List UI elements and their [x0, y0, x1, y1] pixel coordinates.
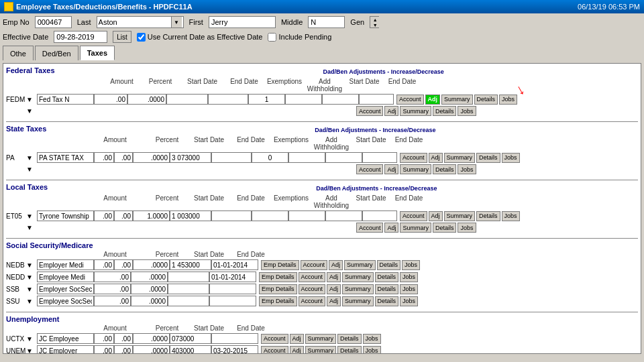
unemp-amount2-unem[interactable]: [114, 345, 133, 354]
ss-desc-nedb[interactable]: [37, 259, 94, 270]
gen-spin-down[interactable]: ▼: [370, 22, 380, 27]
local-amount-1[interactable]: [94, 210, 114, 221]
ss-jobs-ssb[interactable]: Jobs: [400, 284, 418, 294]
state-enddate2-1[interactable]: [362, 152, 397, 163]
ss-details-ssb[interactable]: Details: [375, 284, 399, 294]
federal-jobs-btn-2[interactable]: Jobs: [458, 106, 476, 116]
ss-jobs-nedd[interactable]: Jobs: [400, 272, 418, 282]
ss-adj-nedb[interactable]: Adj: [329, 260, 343, 270]
ss-startdate-ssu[interactable]: [168, 296, 209, 306]
unemp-adj-uctx[interactable]: Adj: [290, 334, 304, 344]
federal-jobs-btn-1[interactable]: Jobs: [499, 95, 517, 105]
unemp-account-uctx[interactable]: Account: [261, 334, 288, 344]
include-pending-checkbox[interactable]: [268, 33, 276, 42]
ss-jobs-nedb[interactable]: Jobs: [402, 260, 420, 270]
last-name-dropdown-btn[interactable]: ▼: [171, 17, 182, 27]
federal-amount-1[interactable]: [94, 94, 127, 105]
effective-date-input[interactable]: [54, 31, 107, 43]
federal-enddate2-1[interactable]: [359, 94, 394, 105]
ss-summary-ssb[interactable]: Summary: [342, 284, 374, 294]
unemp-details-unem[interactable]: Details: [337, 346, 362, 355]
local-percent-1[interactable]: [133, 210, 170, 221]
ss-startdate-nedd[interactable]: [168, 272, 209, 282]
federal-arrow-2[interactable]: ▼: [26, 107, 33, 115]
local-summary-btn-1[interactable]: Summary: [444, 211, 476, 221]
local-startdate2-1[interactable]: [325, 210, 362, 221]
ss-empdetails-nedb[interactable]: Emp Details: [261, 260, 299, 270]
federal-account-btn-1[interactable]: Account: [396, 95, 424, 105]
federal-percent-1[interactable]: [127, 94, 166, 105]
ss-startdate-ssb[interactable]: [168, 284, 209, 294]
middle-input[interactable]: [308, 16, 345, 28]
unemp-enddate-uctx[interactable]: [211, 333, 258, 344]
federal-startdate-1[interactable]: [166, 94, 208, 105]
ss-amount-ssb[interactable]: [94, 284, 131, 294]
federal-summary-btn-1[interactable]: Summary: [441, 95, 473, 105]
federal-details-btn-2[interactable]: Details: [433, 106, 457, 116]
state-details-btn-2[interactable]: Details: [433, 164, 457, 174]
ss-enddate-nedb[interactable]: [211, 259, 258, 270]
ss-percent-ssu[interactable]: [131, 296, 168, 306]
local-jobs-btn-1[interactable]: Jobs: [502, 211, 520, 221]
local-arrow-2[interactable]: ▼: [26, 224, 33, 231]
ss-summary-nedd[interactable]: Summary: [342, 272, 374, 282]
unemp-details-uctx[interactable]: Details: [337, 334, 362, 344]
ss-desc-ssb[interactable]: [37, 284, 94, 294]
local-exemptions-1[interactable]: [252, 210, 288, 221]
state-adj-btn-1[interactable]: Adj: [429, 153, 443, 163]
federal-account-btn-2[interactable]: Account: [356, 106, 384, 116]
state-arrow-2[interactable]: ▼: [26, 166, 33, 173]
local-desc-1[interactable]: [37, 210, 94, 221]
unemp-desc-unem[interactable]: [37, 345, 94, 354]
federal-adj-btn-1[interactable]: Adj: [425, 95, 441, 105]
local-addwith-1[interactable]: [288, 210, 325, 221]
ss-details-nedb[interactable]: Details: [377, 260, 401, 270]
unemp-enddate-unem[interactable]: [211, 345, 258, 354]
local-adj-btn-2[interactable]: Adj: [384, 223, 398, 233]
ss-empdetails-ssu[interactable]: Emp Details: [259, 296, 297, 306]
ss-account-nedd[interactable]: Account: [299, 272, 326, 282]
local-account-btn-1[interactable]: Account: [400, 211, 427, 221]
ss-percent-ssb[interactable]: [131, 284, 168, 294]
first-name-input[interactable]: [209, 16, 276, 28]
local-details-btn-2[interactable]: Details: [433, 223, 457, 233]
state-account-btn-1[interactable]: Account: [400, 153, 427, 163]
unemp-amount-uctx[interactable]: [94, 333, 114, 344]
ss-adj-ssb[interactable]: Adj: [327, 284, 341, 294]
ss-enddate-ssb[interactable]: [209, 284, 256, 294]
use-current-date-group[interactable]: Use Current Date as Effective Date: [137, 33, 263, 42]
ss-enddate-nedd[interactable]: [209, 272, 256, 282]
unemp-jobs-unem[interactable]: Jobs: [363, 346, 381, 355]
state-percent-1[interactable]: [133, 152, 170, 163]
ss-empdetails-nedd[interactable]: Emp Details: [259, 272, 297, 282]
unemp-percent-uctx[interactable]: [133, 333, 170, 344]
state-startdate-1[interactable]: [170, 152, 211, 163]
ss-adj-nedd[interactable]: Adj: [327, 272, 341, 282]
ss-percent-nedb[interactable]: [133, 259, 170, 270]
tab-dedben[interactable]: Ded/Ben: [35, 46, 78, 60]
local-enddate2-1[interactable]: [362, 210, 397, 221]
unemp-jobs-uctx[interactable]: Jobs: [363, 334, 381, 344]
state-jobs-btn-1[interactable]: Jobs: [502, 153, 520, 163]
state-addwith-1[interactable]: [288, 152, 325, 163]
unemp-summary-uctx[interactable]: Summary: [305, 334, 337, 344]
federal-arrow-1[interactable]: ▼: [26, 96, 33, 103]
state-arrow-1[interactable]: ▼: [26, 154, 33, 162]
state-details-btn-1[interactable]: Details: [476, 153, 500, 163]
ss-amount-ssu[interactable]: [94, 296, 131, 306]
state-summary-btn-2[interactable]: Summary: [400, 164, 431, 174]
unemp-account-unem[interactable]: Account: [261, 346, 288, 355]
local-arrow-1[interactable]: ▼: [26, 213, 33, 220]
ss-details-ssu[interactable]: Details: [375, 296, 399, 306]
include-pending-group[interactable]: Include Pending: [268, 33, 331, 42]
last-name-input[interactable]: [97, 18, 171, 26]
tab-othe[interactable]: Othe: [3, 46, 34, 60]
ss-arrow-ssb[interactable]: ▼: [26, 286, 33, 293]
state-amount2-1[interactable]: [114, 152, 133, 163]
local-account-btn-2[interactable]: Account: [356, 223, 384, 233]
federal-details-btn-1[interactable]: Details: [474, 95, 498, 105]
federal-summary-btn-2[interactable]: Summary: [400, 106, 431, 116]
unemp-amount2-uctx[interactable]: [114, 333, 133, 344]
federal-addwith-1[interactable]: [285, 94, 322, 105]
state-summary-btn-1[interactable]: Summary: [444, 153, 476, 163]
